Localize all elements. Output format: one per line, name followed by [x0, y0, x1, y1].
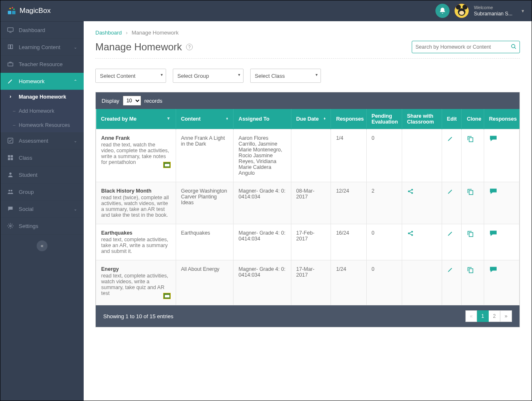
brand-text: MagicBox: [20, 7, 51, 15]
svg-line-23: [515, 47, 516, 49]
bell-icon: [439, 7, 446, 15]
col-header[interactable]: Assigned To: [234, 109, 291, 129]
svg-rect-15: [11, 155, 13, 157]
briefcase-icon: [7, 61, 14, 67]
chevron-down-icon: ⌄: [74, 45, 77, 50]
sidebar-item-label: Dashboard: [19, 27, 45, 33]
clone-button[interactable]: [467, 188, 478, 196]
search-input[interactable]: [412, 41, 520, 53]
homework-desc: read text, complete activities, watch vi…: [101, 273, 168, 296]
svg-point-21: [10, 225, 11, 227]
sidebar-item-group[interactable]: Group: [0, 183, 84, 200]
content-cell: Anne Frank A Light in the Dark: [176, 129, 233, 182]
sidebar-item-label: Student: [19, 172, 37, 178]
table-row: Anne Frankread the text, watch the video…: [96, 129, 520, 182]
sidebar-item-teacher-resource[interactable]: Teacher Resource: [0, 56, 84, 73]
pager: «12»: [465, 310, 512, 322]
svg-line-29: [409, 192, 411, 193]
responses-cell: 1/24: [331, 260, 366, 305]
sidebar-item-homework[interactable]: Homework⌃: [0, 73, 84, 90]
select-class[interactable]: Select Class: [250, 69, 321, 83]
edit-button[interactable]: [447, 266, 457, 273]
responses-button[interactable]: [489, 230, 514, 237]
cog-icon: [7, 223, 14, 229]
svg-rect-1: [12, 11, 15, 14]
pencil-icon: [7, 78, 14, 84]
sidebar-item-learning-content[interactable]: Learning Content⌄: [0, 39, 84, 56]
check-icon: [7, 137, 14, 144]
breadcrumb-root[interactable]: Dashboard: [95, 30, 122, 36]
homework-title: Black History Month: [101, 188, 171, 194]
chevron-down-icon: ⌄: [74, 207, 77, 211]
share-button[interactable]: [407, 188, 437, 195]
select-content[interactable]: Select Content: [95, 69, 166, 83]
edit-button[interactable]: [447, 230, 457, 237]
search-icon[interactable]: [511, 44, 517, 50]
pending-cell: 0: [366, 224, 402, 260]
select-group[interactable]: Select Group: [173, 69, 244, 83]
svg-rect-30: [469, 191, 473, 195]
sidebar-item-label: Social: [19, 206, 33, 212]
sidebar-item-label: Learning Content: [19, 44, 60, 50]
breadcrumb-current: Manage Homework: [132, 30, 179, 36]
share-button[interactable]: [407, 230, 437, 237]
sidebar-item-settings[interactable]: Settings: [0, 218, 84, 235]
due-date-cell: 17-Feb-2017: [291, 224, 331, 260]
sidebar-item-label: Settings: [19, 223, 38, 229]
avatar[interactable]: [455, 4, 469, 18]
brand[interactable]: MagicBox: [7, 6, 115, 15]
sidebar-item-social[interactable]: Social⌄: [0, 200, 84, 218]
grid-icon: [7, 154, 14, 161]
sidebar-item-class[interactable]: Class: [0, 149, 84, 166]
sidebar-subitem-homework-resources[interactable]: Homework Resources: [0, 118, 84, 132]
help-icon[interactable]: ?: [186, 44, 193, 50]
sidebar-item-label: Homework: [19, 78, 45, 84]
display-count-select[interactable]: 10: [123, 96, 141, 106]
collapse-sidebar-button[interactable]: «: [37, 240, 47, 251]
col-header[interactable]: Content♦: [176, 109, 233, 129]
svg-rect-17: [11, 158, 13, 160]
edit-button[interactable]: [447, 188, 457, 195]
content-cell: All About Energy: [176, 260, 233, 305]
col-header[interactable]: Created by Me▼: [96, 109, 176, 129]
sidebar-item-label: Teacher Resource: [19, 61, 63, 67]
table-row: Earthquakesread text, complete activitie…: [96, 224, 520, 260]
content-cell: George Washington Carver Planting Ideas: [176, 182, 233, 224]
pager-next[interactable]: »: [500, 310, 512, 322]
sidebar-subitem-add-homework[interactable]: Add Homework: [0, 104, 84, 118]
sidebar-item-dashboard[interactable]: Dashboard: [0, 22, 84, 39]
responses-cell: 12/24: [331, 182, 366, 224]
homework-title: Energy: [101, 266, 171, 272]
pager-prev[interactable]: «: [465, 310, 477, 322]
sidebar-subitem-manage-homework[interactable]: Manage Homework: [0, 90, 84, 104]
svg-point-3: [12, 7, 13, 9]
svg-line-28: [409, 190, 411, 191]
col-header: Responses: [484, 109, 519, 129]
responses-button[interactable]: [489, 135, 514, 142]
user-name: Subramanian S...: [474, 11, 512, 17]
assigned-cell: Magner- Grade 4: 0: 0414:034: [234, 182, 291, 224]
assigned-cell: Magner- Grade 4: 0: 0414:034: [234, 224, 291, 260]
sidebar-item-label: Assessment: [19, 138, 48, 144]
responses-button[interactable]: [489, 266, 514, 273]
pager-page[interactable]: 1: [477, 310, 489, 322]
chevron-down-icon[interactable]: ▼: [521, 9, 525, 13]
notifications-button[interactable]: [435, 4, 450, 18]
sidebar: DashboardLearning Content⌄Teacher Resour…: [0, 21, 84, 401]
pager-page[interactable]: 2: [489, 310, 500, 322]
assigned-cell: Aaron Flores Carrillo, Jasmine Marie Mon…: [234, 129, 291, 182]
sidebar-item-assessment[interactable]: Assessment⌄: [0, 132, 84, 149]
table-row: Energyread text, complete activities, wa…: [96, 260, 520, 305]
edit-button[interactable]: [447, 135, 457, 142]
welcome-block[interactable]: Welcome Subramanian S...: [474, 5, 512, 16]
due-date-cell: 08-Mar-2017: [291, 182, 331, 224]
clone-button[interactable]: [467, 230, 478, 238]
clone-button[interactable]: [467, 135, 478, 143]
responses-button[interactable]: [489, 188, 514, 195]
svg-point-18: [9, 173, 11, 175]
display-pre: Display: [102, 98, 119, 104]
col-header[interactable]: Due Date♦: [291, 109, 331, 129]
user-icon: [7, 171, 14, 178]
sidebar-item-student[interactable]: Student: [0, 166, 84, 183]
clone-button[interactable]: [467, 266, 478, 274]
